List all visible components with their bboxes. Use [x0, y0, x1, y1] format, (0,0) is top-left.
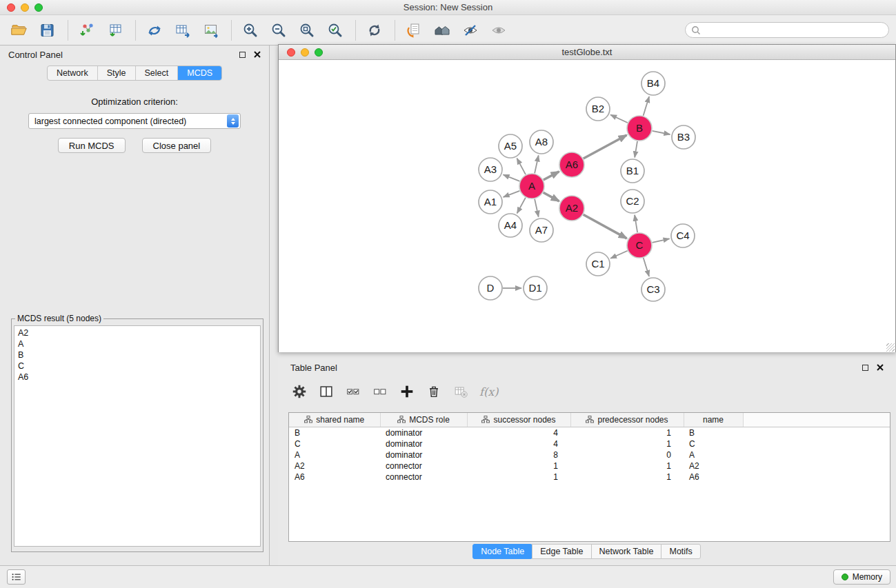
- tab-edge-table[interactable]: Edge Table: [532, 544, 591, 559]
- deselect-all-button[interactable]: [370, 383, 389, 401]
- show-all-button[interactable]: [488, 19, 510, 42]
- tab-network[interactable]: Network: [48, 66, 98, 80]
- tab-style[interactable]: Style: [98, 66, 136, 80]
- float-panel-icon[interactable]: [239, 52, 246, 58]
- table-row[interactable]: Adominator80A: [289, 449, 890, 460]
- add-column-button[interactable]: [397, 383, 416, 401]
- result-item[interactable]: B: [18, 349, 257, 361]
- function-builder-button[interactable]: f(x): [479, 385, 498, 398]
- table-row[interactable]: A2connector11A2: [289, 460, 890, 472]
- show-columns-button[interactable]: [317, 383, 335, 401]
- table-toolbar: f(x): [290, 380, 896, 403]
- apply-layout-button[interactable]: [364, 19, 386, 42]
- network-window-titlebar[interactable]: testGlobe.txt: [279, 45, 895, 60]
- graph-edge-C-C1[interactable]: [610, 251, 628, 258]
- graph-edge-B-B2[interactable]: [610, 115, 628, 123]
- close-window-button[interactable]: [7, 3, 15, 12]
- resize-grip[interactable]: [886, 343, 895, 352]
- delete-column-button[interactable]: [424, 383, 443, 401]
- float-table-panel-icon[interactable]: [862, 365, 868, 371]
- column-header-shared-name[interactable]: shared name: [289, 413, 380, 427]
- open-session-button[interactable]: [8, 19, 30, 42]
- table-row[interactable]: A6connector11A6: [289, 472, 890, 483]
- tab-network-table[interactable]: Network Table: [591, 544, 662, 559]
- close-panel-button[interactable]: Close panel: [142, 138, 212, 153]
- result-item[interactable]: A: [18, 338, 257, 349]
- run-mcds-button[interactable]: Run MCDS: [58, 138, 126, 153]
- zoom-in-button[interactable]: [239, 19, 261, 42]
- graph-edge-A-A6[interactable]: [544, 172, 559, 180]
- result-item[interactable]: C: [18, 361, 257, 372]
- search-box[interactable]: [685, 22, 889, 38]
- mcds-result-list[interactable]: A2ABCA6: [14, 325, 261, 547]
- close-network-button[interactable]: [287, 48, 295, 57]
- zoom-out-button[interactable]: [268, 19, 290, 42]
- result-item[interactable]: A6: [18, 372, 257, 383]
- graph-edge-A-A7[interactable]: [535, 199, 539, 217]
- table-settings-button[interactable]: [290, 383, 308, 401]
- column-header-mcds-role[interactable]: MCDS role: [380, 413, 467, 427]
- column-header-successor-nodes[interactable]: successor nodes: [467, 413, 570, 427]
- export-network-button[interactable]: [143, 19, 166, 42]
- close-table-panel-icon[interactable]: [877, 364, 884, 371]
- task-history-button[interactable]: [7, 569, 26, 585]
- zoom-selected-button[interactable]: [296, 19, 318, 42]
- import-table-button[interactable]: [104, 19, 126, 42]
- import-network-button[interactable]: [76, 19, 98, 42]
- toolbar-separator: [355, 20, 356, 41]
- hide-selected-button[interactable]: [459, 19, 481, 42]
- table-row[interactable]: Bdominator41B: [289, 427, 890, 438]
- graph-edge-A-A3[interactable]: [504, 174, 520, 181]
- table-row[interactable]: Cdominator41C: [289, 438, 890, 449]
- zoom-window-button[interactable]: [34, 3, 43, 12]
- node-table: shared name MCDS role successor nodes pr…: [288, 412, 890, 542]
- graph-edge-A-A4[interactable]: [517, 198, 526, 214]
- graph-edge-B-B1[interactable]: [635, 141, 637, 158]
- tab-select[interactable]: Select: [136, 66, 179, 80]
- network-traffic-lights: [287, 48, 323, 57]
- export-image-button[interactable]: [200, 19, 222, 42]
- home-views-button[interactable]: [431, 19, 453, 42]
- graph-edge-A-A1[interactable]: [504, 191, 520, 197]
- zoom-network-button[interactable]: [315, 48, 323, 57]
- graph-edge-A-A8[interactable]: [535, 156, 539, 174]
- tab-mcds[interactable]: MCDS: [178, 66, 221, 80]
- graph-node-label: A5: [504, 140, 517, 152]
- memory-button[interactable]: Memory: [833, 569, 890, 585]
- mcds-result-legend: MCDS result (5 nodes): [15, 314, 103, 323]
- save-session-button[interactable]: [37, 19, 59, 42]
- graph-edge-C-C4[interactable]: [653, 239, 670, 243]
- optimization-criterion-label: Optimization criterion:: [0, 97, 269, 107]
- graph-edge-A2-C[interactable]: [584, 214, 627, 239]
- graph-edge-A6-B[interactable]: [584, 135, 627, 159]
- column-header-blank: [743, 413, 890, 427]
- column-type-icon: [304, 416, 312, 423]
- column-header-predecessor-nodes[interactable]: predecessor nodes: [570, 413, 684, 427]
- zoom-fit-button[interactable]: [324, 19, 346, 42]
- delete-table-button[interactable]: [451, 383, 470, 401]
- graph-node-label: B3: [677, 131, 690, 143]
- close-panel-icon[interactable]: [254, 51, 261, 58]
- column-header-name[interactable]: name: [684, 413, 743, 427]
- graph-edge-C-C2[interactable]: [635, 215, 637, 232]
- criterion-dropdown[interactable]: largest connected component (directed): [28, 113, 241, 129]
- minimize-network-button[interactable]: [301, 48, 309, 57]
- network-canvas[interactable]: B4B2BB3A5A8A6A3B1AC2A1A2A4A7C4CC1DD1C3: [279, 60, 895, 352]
- graph-edge-A-A2[interactable]: [544, 192, 559, 201]
- graph-edge-A-A5[interactable]: [517, 159, 526, 175]
- graph-edge-C-C3[interactable]: [644, 258, 649, 276]
- search-input[interactable]: [704, 26, 883, 35]
- export-table-button[interactable]: [172, 19, 194, 42]
- select-all-button[interactable]: [344, 383, 362, 401]
- open-folder-icon: [10, 21, 28, 39]
- document-cycle-button[interactable]: [403, 19, 425, 42]
- graph-edge-B-B3[interactable]: [653, 131, 670, 134]
- minimize-window-button[interactable]: [21, 3, 29, 12]
- column-type-icon: [586, 416, 594, 423]
- result-item[interactable]: A2: [18, 327, 257, 338]
- graph-edge-B-B4[interactable]: [644, 97, 650, 116]
- tab-motifs[interactable]: Motifs: [661, 544, 700, 559]
- network-canvas-svg[interactable]: B4B2BB3A5A8A6A3B1AC2A1A2A4A7C4CC1DD1C3: [279, 60, 895, 352]
- zoom-fit-icon: [326, 21, 344, 39]
- tab-node-table[interactable]: Node Table: [472, 544, 532, 559]
